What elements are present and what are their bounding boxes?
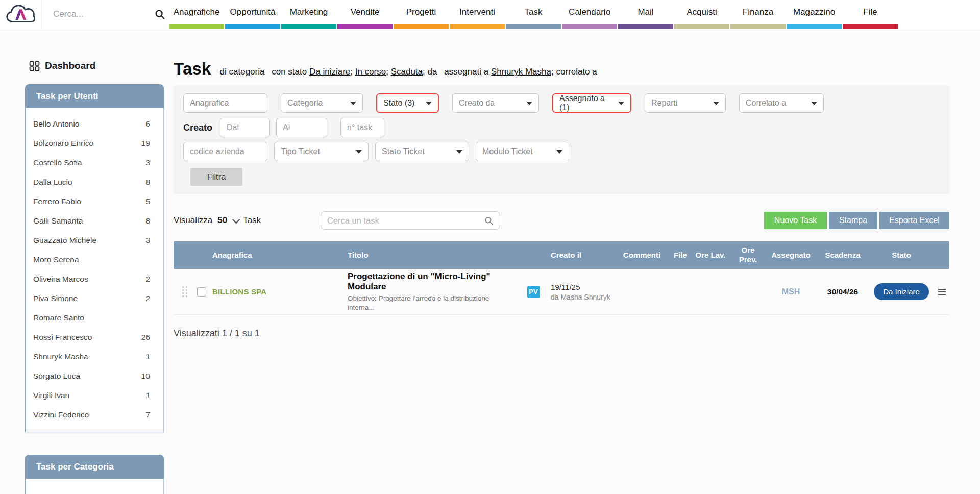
nav-item-underline xyxy=(787,24,842,29)
nav-item[interactable]: File xyxy=(842,0,898,29)
filter-row-1: Anagrafica Categoria Stato (3) Creato da xyxy=(183,93,949,113)
nav-item-label: Opportunità xyxy=(230,7,276,17)
user-task-row[interactable]: Shnuryk Masha 1 xyxy=(26,347,163,366)
nav-item[interactable]: Task xyxy=(505,0,561,29)
user-task-row[interactable]: Galli Samanta 8 xyxy=(26,211,163,231)
column-header-titolo[interactable]: Titolo xyxy=(345,251,523,260)
nav-item-label: Finanza xyxy=(743,7,773,17)
column-header-stato[interactable]: Stato xyxy=(868,251,935,260)
nav-item[interactable]: Anagrafiche xyxy=(168,0,225,29)
heading-link-scaduta[interactable]: Scaduta xyxy=(391,67,423,77)
row-checkbox[interactable] xyxy=(197,287,206,297)
nav-item-label: Task xyxy=(525,7,543,17)
column-header-assegnato[interactable]: Assegnato xyxy=(765,251,817,260)
filtra-button[interactable]: Filtra xyxy=(190,168,242,186)
page-size-value[interactable]: 50 xyxy=(217,215,227,226)
filter-control[interactable]: Assegnato a (1) xyxy=(552,93,631,113)
user-name: Vizzini Federico xyxy=(33,410,89,419)
user-name: Sorgato Luca xyxy=(33,372,80,381)
row-titolo-cell: Progettazione di un "Micro-Living" Modul… xyxy=(345,271,523,312)
column-header-scadenza[interactable]: Scadenza xyxy=(817,251,868,260)
nav-item[interactable]: Mail xyxy=(618,0,674,29)
user-task-row[interactable]: Guazzato Michele 3 xyxy=(26,231,163,250)
user-task-row[interactable]: Rossi Francesco 26 xyxy=(26,328,163,347)
chevron-down-icon xyxy=(811,102,817,105)
column-header-file[interactable]: File xyxy=(671,251,690,260)
row-assegnato-cell: MSH xyxy=(765,287,817,297)
user-task-row[interactable]: Moro Serena xyxy=(26,250,163,269)
row-menu-icon[interactable] xyxy=(938,287,946,297)
creato-al-input[interactable] xyxy=(276,118,327,137)
global-search-input[interactable] xyxy=(53,9,140,19)
chevron-down-icon[interactable] xyxy=(232,215,240,224)
tipo-ticket-select[interactable]: Tipo Ticket xyxy=(274,142,369,161)
user-task-row[interactable]: Oliveira Marcos 2 xyxy=(26,269,163,289)
nav-item[interactable]: Opportunità xyxy=(225,0,281,29)
toolbar-buttons: Nuovo Task Stampa Esporta Excel xyxy=(764,212,949,229)
nuovo-task-button[interactable]: Nuovo Task xyxy=(764,212,827,229)
column-header-anagrafica[interactable]: Anagrafica xyxy=(212,251,345,260)
drag-handle-icon[interactable] xyxy=(182,286,187,297)
column-header-ore-prev[interactable]: Ore Prev. xyxy=(731,245,765,265)
nav-item-label: Anagrafiche xyxy=(174,7,220,17)
heading-link-in-corso[interactable]: In corso xyxy=(355,67,386,77)
user-task-row[interactable]: Sorgato Luca 10 xyxy=(26,366,163,386)
heading-link-assegnato[interactable]: Shnuryk Masha xyxy=(491,67,551,77)
user-task-row[interactable]: Bello Antonio 6 xyxy=(26,114,163,134)
user-task-row[interactable]: Bolzonaro Enrico 19 xyxy=(26,134,163,153)
nav-item[interactable]: Calendario xyxy=(561,0,618,29)
tipo-ticket-label: Tipo Ticket xyxy=(281,147,320,156)
pv-badge[interactable]: PV xyxy=(527,286,540,298)
sidebar-item-dashboard[interactable]: Dashboard xyxy=(29,60,164,71)
assignee-initials[interactable]: MSH xyxy=(782,287,800,297)
task-per-utenti-header: Task per Utenti xyxy=(25,84,164,108)
row-badge-cell: PV xyxy=(523,286,544,298)
user-task-count: 2 xyxy=(145,294,150,303)
nav-item[interactable]: Marketing xyxy=(281,0,337,29)
list-toolbar: Visualizza 50 Task Nuovo Task Stampa Esp… xyxy=(174,211,949,230)
user-task-row[interactable]: Ferrero Fabio 5 xyxy=(26,192,163,211)
task-per-categoria-header: Task per Categoria xyxy=(25,455,164,479)
user-task-row[interactable]: Piva Simone 2 xyxy=(26,289,163,308)
filter-control[interactable]: Anagrafica xyxy=(183,93,267,113)
status-badge[interactable]: Da Iniziare xyxy=(874,283,929,300)
app-logo[interactable] xyxy=(0,0,41,29)
nav-item[interactable]: Finanza xyxy=(730,0,786,29)
column-header-creato-il[interactable]: Creato il xyxy=(544,251,612,260)
task-title-block[interactable]: Progettazione di un "Micro-Living" Modul… xyxy=(345,271,506,312)
user-task-row[interactable]: Romare Santo xyxy=(26,308,163,328)
filter-control[interactable]: Correlato a xyxy=(739,93,824,113)
nav-item[interactable]: Acquisti xyxy=(674,0,730,29)
filter-control[interactable]: Stato (3) xyxy=(376,93,439,113)
heading-seg-stato: con stato xyxy=(272,67,307,77)
heading-link-da-iniziare[interactable]: Da iniziare xyxy=(309,67,350,77)
user-task-row[interactable]: Costello Sofia 3 xyxy=(26,153,163,172)
nav-item[interactable]: Interventi xyxy=(449,0,505,29)
user-name: Costello Sofia xyxy=(33,158,82,167)
filter-control[interactable]: Creato da xyxy=(452,93,539,113)
column-header-ore-lav[interactable]: Ore Lav. xyxy=(690,251,731,260)
search-icon[interactable] xyxy=(154,9,165,20)
numero-task-input[interactable] xyxy=(340,118,384,137)
modulo-ticket-select[interactable]: Modulo Ticket xyxy=(476,142,569,161)
company-link[interactable]: BILLIONS SPA xyxy=(212,287,266,296)
search-icon[interactable] xyxy=(484,216,494,226)
stampa-button[interactable]: Stampa xyxy=(829,212,877,229)
filter-control[interactable]: Categoria xyxy=(281,93,363,113)
filter-control[interactable]: Reparti xyxy=(645,93,726,113)
task-search-input[interactable] xyxy=(327,216,484,226)
task-unit-label: Task xyxy=(243,215,261,226)
creato-dal-input[interactable] xyxy=(220,118,270,137)
heading-seg-assegnati: assegnati a xyxy=(444,67,488,77)
user-task-row[interactable]: Virgili Ivan 1 xyxy=(26,386,163,405)
esporta-excel-button[interactable]: Esporta Excel xyxy=(879,212,949,229)
stato-ticket-select[interactable]: Stato Ticket xyxy=(375,142,469,161)
codice-azienda-input[interactable] xyxy=(183,142,267,161)
user-task-row[interactable]: Vizzini Federico 7 xyxy=(26,405,163,425)
column-header-commenti[interactable]: Commenti xyxy=(612,251,671,260)
user-name: Bello Antonio xyxy=(33,119,80,129)
nav-item[interactable]: Vendite xyxy=(337,0,393,29)
user-task-row[interactable]: Dalla Lucio 8 xyxy=(26,172,163,192)
nav-item[interactable]: Progetti xyxy=(393,0,449,29)
nav-item[interactable]: Magazzino xyxy=(786,0,842,29)
